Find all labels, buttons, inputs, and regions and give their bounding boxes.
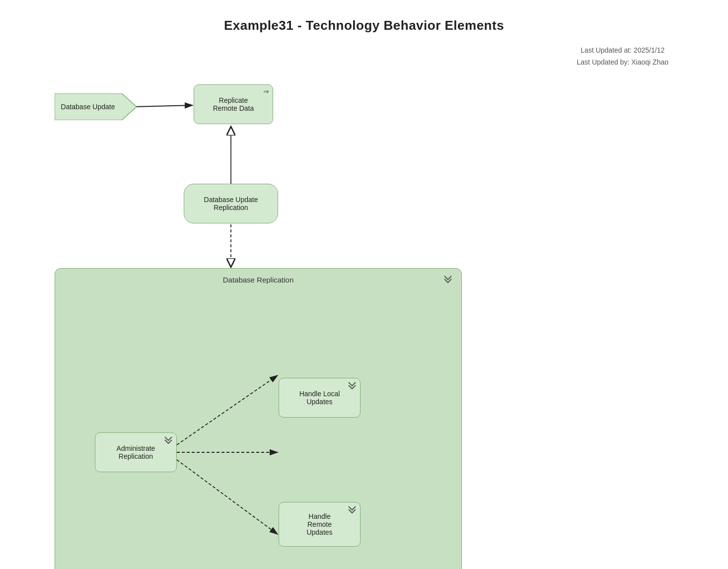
- svg-line-10: [177, 460, 278, 534]
- handle-remote-node: Handle Remote Updates: [279, 502, 361, 547]
- admin-replication-node: Administrate Replication: [95, 432, 177, 472]
- db-replication-container-node: Database Replication: [55, 268, 462, 569]
- last-updated-at: Last Updated at: 2025/1/12: [577, 45, 668, 57]
- db-update-label: Database Update: [61, 103, 115, 111]
- svg-line-3: [134, 105, 193, 107]
- last-updated-by: Last Updated by: Xiaoqi Zhao: [577, 57, 668, 69]
- meta-info: Last Updated at: 2025/1/12 Last Updated …: [577, 45, 668, 69]
- handle-remote-label: Handle Remote Updates: [306, 512, 332, 536]
- container-behavior-icon: [442, 274, 453, 286]
- db-update-replication-node: Database Update Replication: [184, 184, 278, 223]
- diagram-container: Database Update ⇒ Replicate Remote Data …: [30, 50, 576, 556]
- db-update-replication-label: Database Update Replication: [204, 196, 258, 212]
- admin-behavior-icon: [164, 435, 173, 446]
- svg-line-8: [177, 375, 278, 445]
- handle-local-node: Handle Local Updates: [279, 378, 361, 418]
- page-title: Example31 - Technology Behavior Elements: [0, 0, 728, 33]
- inner-arrows-svg: [55, 269, 461, 569]
- handle-local-label: Handle Local Updates: [299, 390, 340, 406]
- db-replication-label: Database Replication: [223, 276, 294, 284]
- db-update-shape-svg: Database Update: [55, 93, 137, 120]
- db-update-node: Database Update: [55, 93, 137, 122]
- replicate-behavior-icon: ⇒: [263, 87, 269, 95]
- handle-remote-behavior-icon: [348, 505, 357, 515]
- replicate-remote-label: Replicate Remote Data: [213, 96, 254, 112]
- admin-replication-label: Administrate Replication: [117, 444, 155, 460]
- replicate-remote-node: ⇒ Replicate Remote Data: [194, 84, 273, 124]
- handle-local-behavior-icon: [348, 381, 357, 391]
